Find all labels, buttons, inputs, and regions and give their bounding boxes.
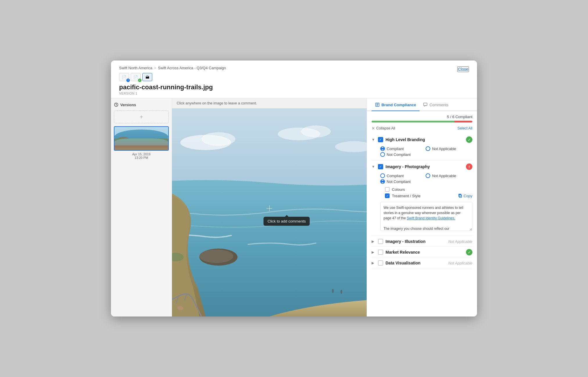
cat-checkbox-hlb[interactable]: ✓ <box>378 137 383 142</box>
compliance-bar <box>372 121 472 122</box>
svg-point-4 <box>116 137 131 146</box>
versions-icon <box>114 102 119 107</box>
status-green-hlb: ✓ <box>466 136 472 143</box>
compliance-bar-green <box>372 121 454 122</box>
category-header-ip[interactable]: ▼ ✓ Imagery - Photography ! <box>372 162 472 172</box>
check-badge: ✓ <box>138 79 141 82</box>
collapse-icon: ✕ <box>372 126 375 131</box>
svg-point-17 <box>332 289 334 293</box>
content-area: Click anywhere on the image to leave a c… <box>172 98 367 316</box>
header: Swift North America > Swift Across Ameri… <box>111 61 477 98</box>
help-badge: ? <box>126 79 130 82</box>
sidebar-title: Versions <box>120 103 136 107</box>
guideline-box[interactable]: We use Swift-sponsored runners and athle… <box>380 202 472 231</box>
sub-options-ip: Colours ✓ Treatment / Style <box>372 185 472 200</box>
radio-label-nc-ip: Not Compliant <box>387 179 410 184</box>
cat-checkbox-dv[interactable] <box>378 260 383 266</box>
add-version-button[interactable]: + <box>114 111 169 123</box>
file-icon-image[interactable]: 🏔 <box>142 73 152 81</box>
version-thumbnail[interactable] <box>114 126 169 151</box>
checkmark-hlb: ✓ <box>379 138 382 142</box>
image-comment-hint: Click anywhere on the image to leave a c… <box>172 98 367 109</box>
chevron-right-icon-ii: ▶ <box>372 239 376 243</box>
copy-icon <box>458 193 462 198</box>
file-icon-help[interactable]: 📄 ? <box>119 73 129 81</box>
tab-brand-compliance[interactable]: Brand Compliance <box>372 98 420 111</box>
version-date: Apr 15, 2019 13:20 PM <box>114 152 169 159</box>
cat-title-hlb: High Level Branding <box>386 137 464 142</box>
guideline-text2: The imagery you choose should reflect ou… <box>383 227 449 231</box>
breadcrumb: Swift North America > Swift Across Ameri… <box>119 66 469 70</box>
exclaim-icon-ip: ! <box>469 165 470 169</box>
cat-checkbox-mr[interactable] <box>378 250 383 255</box>
radio-na-ip[interactable]: Not Applicable <box>426 173 470 178</box>
radio-label-na-hlb: Not Applicable <box>432 147 456 151</box>
compliance-tab-icon <box>375 102 380 107</box>
status-red-ip: ! <box>466 163 472 170</box>
right-panel: Brand Compliance Comments 5 / 6 Complian… <box>367 98 477 316</box>
select-all-button[interactable]: Select All <box>458 126 472 130</box>
svg-rect-29 <box>424 103 427 106</box>
radio-circle-nc-ip <box>380 179 385 184</box>
sub-option-colours[interactable]: Colours <box>385 186 472 193</box>
radio-compliant-ip[interactable]: Compliant <box>380 173 424 178</box>
svg-point-21 <box>177 306 183 310</box>
category-market-relevance[interactable]: ▶ Market Relevance ✓ <box>372 247 472 258</box>
copy-button[interactable]: Copy <box>458 193 472 198</box>
chevron-down-icon-hlb: ▼ <box>372 138 376 142</box>
radio-label-compliant-hlb: Compliant <box>387 147 404 151</box>
file-icon-check[interactable]: 📄 ✓ <box>131 73 141 81</box>
panel-tabs: Brand Compliance Comments <box>367 98 477 111</box>
cat-checkbox-ii[interactable] <box>378 239 383 244</box>
checkmark-ip: ✓ <box>379 165 382 169</box>
radio-circle-compliant-hlb <box>380 146 385 151</box>
thumb-scene <box>114 127 168 150</box>
main-body: Versions + <box>111 98 477 316</box>
file-icons: 📄 ? 📄 ✓ 🏔 <box>119 73 469 81</box>
radio-group-hlb: Compliant Not Applicable Not Compliant <box>372 145 472 158</box>
compliance-score: 5 / 6 Compliant <box>447 115 472 119</box>
sub-label-colours: Colours <box>392 187 405 192</box>
cat-checkbox-ip[interactable]: ✓ <box>378 164 383 169</box>
svg-point-18 <box>340 290 342 294</box>
breadcrumb-part1[interactable]: Swift North America <box>119 66 152 70</box>
not-applicable-ii: Not Applicable <box>448 239 472 244</box>
sub-checkbox-colours[interactable] <box>385 187 390 192</box>
category-data-visualisation[interactable]: ▶ Data Visualisation Not Applicable <box>372 258 472 268</box>
compliance-bar-red <box>454 121 472 122</box>
breadcrumb-part2[interactable]: Swift Across America - Q3/Q4 Campaign <box>158 66 226 70</box>
comment-tooltip[interactable]: Click to add comments <box>263 217 310 226</box>
close-button[interactable]: Close <box>457 66 469 72</box>
panel-content: 5 / 6 Compliant ✕ Collapse All Select Al… <box>367 111 477 316</box>
breadcrumb-separator: > <box>154 66 156 70</box>
sidebar: Versions + <box>111 98 172 316</box>
version-thumb-image <box>114 127 168 150</box>
radio-not-compliant-hlb[interactable]: Not Compliant <box>380 152 424 157</box>
chevron-right-icon-mr: ▶ <box>372 250 376 254</box>
sub-label-treatment: Treatment / Style <box>392 194 421 198</box>
sub-option-treatment[interactable]: ✓ Treatment / Style Copy <box>385 193 472 199</box>
copy-label: Copy <box>464 194 472 198</box>
category-imagery-illustration[interactable]: ▶ Imagery - Illustration Not Applicable <box>372 236 472 247</box>
image-container[interactable]: Click to add comments <box>172 109 367 316</box>
tab-compliance-label: Brand Compliance <box>381 103 416 107</box>
status-green-mr: ✓ <box>466 249 472 255</box>
radio-circle-compliant-ip <box>380 173 385 178</box>
radio-circle-nc-hlb <box>380 152 385 157</box>
svg-point-2 <box>114 129 168 144</box>
tab-comments[interactable]: Comments <box>420 98 452 111</box>
radio-compliant-hlb[interactable]: Compliant <box>380 146 424 151</box>
not-applicable-dv: Not Applicable <box>448 261 472 265</box>
radio-not-compliant-ip[interactable]: Not Compliant <box>380 179 424 184</box>
guideline-link[interactable]: Swift Brand Identity Guidelines. <box>407 216 455 220</box>
collapse-all-label: Collapse All <box>376 126 395 130</box>
sub-checkbox-treatment[interactable]: ✓ <box>385 193 390 198</box>
crosshair-cursor <box>266 205 272 211</box>
radio-na-hlb[interactable]: Not Applicable <box>426 146 470 151</box>
category-header-hlb[interactable]: ▼ ✓ High Level Branding ✓ <box>372 135 472 145</box>
collapse-all-button[interactable]: ✕ Collapse All <box>372 126 395 131</box>
cat-title-ii: Imagery - Illustration <box>386 239 446 244</box>
category-high-level-branding: ▼ ✓ High Level Branding ✓ Compliant <box>372 135 472 161</box>
category-imagery-photography: ▼ ✓ Imagery - Photography ! Compliant <box>372 162 472 235</box>
svg-rect-3 <box>114 140 168 150</box>
